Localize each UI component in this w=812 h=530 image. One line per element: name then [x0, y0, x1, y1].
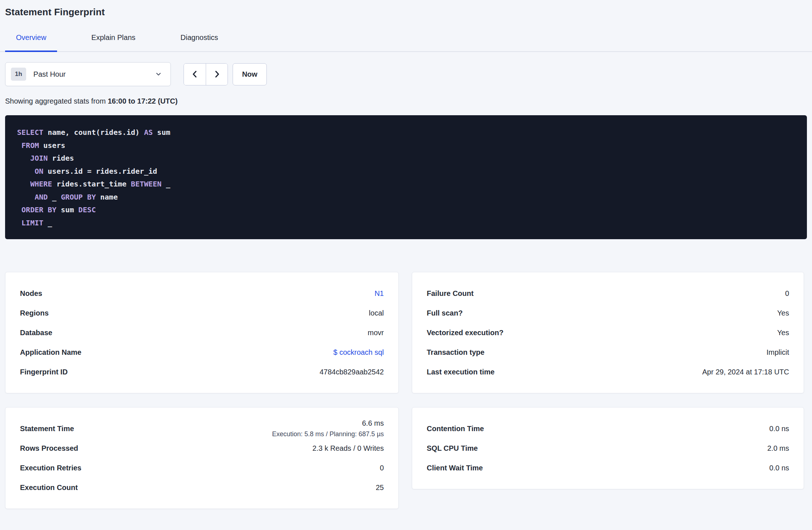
row-label: Application Name [20, 348, 81, 357]
sql-text: name, count(rides.id) [43, 128, 144, 137]
sql-line: AND _ GROUP BY name [17, 191, 795, 204]
sql-text [17, 180, 30, 188]
aggregated-stats-prefix: Showing aggregated stats from [5, 97, 106, 105]
sql-keyword: DESC [79, 205, 96, 214]
card-row: Rows Processed2.3 k Reads / 0 Writes [20, 438, 384, 458]
card-row: NodesN1 [20, 284, 384, 303]
row-label: Transaction type [427, 348, 485, 357]
aggregated-stats-range: 16:00 to 17:22 (UTC) [108, 97, 177, 105]
tab-diagnostics[interactable]: Diagnostics [170, 34, 229, 52]
row-label: Database [20, 329, 52, 337]
sql-line: JOIN rides [17, 152, 795, 165]
sql-text: rides.start_time [52, 180, 131, 188]
row-value-block: 2.0 ms [767, 444, 789, 453]
row-value: Yes [777, 309, 789, 317]
sql-text [17, 141, 21, 150]
next-time-button[interactable] [206, 64, 228, 85]
row-label: Failure Count [427, 289, 474, 298]
now-button[interactable]: Now [233, 63, 267, 85]
sql-text: users.id = rides.rider_id [43, 167, 157, 176]
sql-keyword: JOIN [30, 154, 48, 162]
card-statement-times: Statement Time6.6 msExecution: 5.8 ms / … [5, 407, 399, 509]
sql-line: FROM users [17, 139, 795, 152]
tabbar: Overview Explain Plans Diagnostics [0, 34, 812, 52]
row-label: Client Wait Time [427, 464, 483, 472]
row-value-block: Yes [777, 309, 789, 317]
row-value: movr [368, 329, 384, 337]
statement-fingerprint-page: Statement Fingerprint Overview Explain P… [0, 0, 812, 530]
row-value: 0.0 ns [769, 425, 789, 433]
card-row: Databasemovr [20, 323, 384, 342]
sql-keyword: GROUP BY [61, 193, 96, 201]
card-row: Failure Count0 [427, 284, 789, 303]
row-label: Contention Time [427, 425, 484, 433]
sql-text [17, 167, 35, 176]
card-wait-times: Contention Time0.0 nsSQL CPU Time2.0 msC… [412, 407, 804, 489]
time-range-dropdown[interactable]: 1h Past Hour [5, 62, 171, 86]
sql-line: WHERE rides.start_time BETWEEN _ [17, 178, 795, 191]
card-row: Statement Time6.6 msExecution: 5.8 ms / … [20, 419, 384, 438]
prev-time-button[interactable] [184, 64, 206, 85]
sql-keyword: WHERE [30, 180, 52, 188]
row-value-block: N1 [374, 289, 384, 298]
row-label: Last execution time [427, 368, 495, 376]
row-value-block: Yes [777, 329, 789, 337]
sql-keyword: AS [144, 128, 153, 137]
row-value-block: $ cockroach sql [333, 348, 384, 357]
row-label: Regions [20, 309, 49, 317]
row-label: Vectorized execution? [427, 329, 503, 337]
time-range-label: Past Hour [33, 70, 154, 79]
row-value: 0 [785, 289, 789, 298]
tab-explain-plans-label: Explain Plans [91, 33, 135, 41]
sql-text: _ [48, 193, 61, 201]
sql-keyword: ORDER BY [21, 205, 56, 214]
sql-text [17, 193, 35, 201]
statement-sql: SELECT name, count(rides.id) AS sum FROM… [17, 126, 795, 229]
card-row: Client Wait Time0.0 ns [427, 458, 789, 478]
card-row: Application Name$ cockroach sql [20, 342, 384, 362]
sql-keyword: AND [35, 193, 48, 201]
row-value-block: 0.0 ns [769, 425, 789, 433]
row-label: Fingerprint ID [20, 368, 68, 376]
row-subvalue: Execution: 5.8 ms / Planning: 687.5 µs [272, 430, 384, 438]
row-label: Rows Processed [20, 444, 78, 453]
row-value: 0 [380, 464, 384, 472]
row-value: 0.0 ns [769, 464, 789, 472]
row-value-block: 0 [785, 289, 789, 298]
sql-text: sum [56, 205, 78, 214]
row-value: 2.0 ms [767, 444, 789, 453]
page-title: Statement Fingerprint [5, 7, 807, 18]
row-value: 2.3 k Reads / 0 Writes [313, 444, 384, 453]
row-value-link[interactable]: $ cockroach sql [333, 348, 384, 357]
tab-overview[interactable]: Overview [5, 34, 57, 52]
row-label: Execution Count [20, 483, 78, 492]
sql-line: LIMIT _ [17, 217, 795, 230]
tab-overview-label: Overview [16, 33, 46, 41]
sql-text: users [39, 141, 65, 150]
sql-keyword: ON [35, 167, 43, 176]
cards-grid: NodesN1RegionslocalDatabasemovrApplicati… [5, 272, 807, 509]
sql-text: name [96, 193, 118, 201]
chevron-down-icon [154, 70, 162, 78]
card-row: Fingerprint ID4784cb829aab2542 [20, 362, 384, 382]
row-label: Execution Retries [20, 464, 81, 472]
card-execution-attributes: Failure Count0Full scan?YesVectorized ex… [412, 272, 804, 393]
sql-line: ORDER BY sum DESC [17, 204, 795, 217]
sql-keyword: BETWEEN [131, 180, 161, 188]
row-value: Yes [777, 329, 789, 337]
row-value-block: 25 [376, 483, 384, 492]
sql-box: SELECT name, count(rides.id) AS sum FROM… [5, 115, 807, 239]
card-row: Regionslocal [20, 303, 384, 323]
row-value-block: 6.6 msExecution: 5.8 ms / Planning: 687.… [272, 419, 384, 438]
sql-text: rides [48, 154, 74, 162]
row-label: SQL CPU Time [427, 444, 478, 453]
row-value-block: 4784cb829aab2542 [319, 368, 384, 376]
tab-diagnostics-label: Diagnostics [181, 33, 218, 41]
sql-keyword: SELECT [17, 128, 43, 137]
row-value-link[interactable]: N1 [374, 289, 384, 298]
row-value-block: 0 [380, 464, 384, 472]
tab-explain-plans[interactable]: Explain Plans [80, 34, 146, 52]
sql-line: SELECT name, count(rides.id) AS sum [17, 126, 795, 139]
row-value: 4784cb829aab2542 [319, 368, 384, 376]
sql-keyword: LIMIT [21, 218, 43, 227]
